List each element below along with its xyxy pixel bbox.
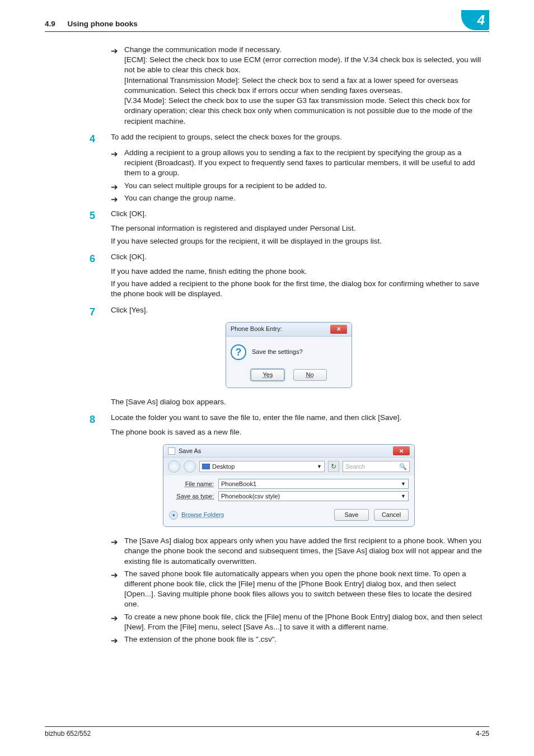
arrow-icon: ➔	[111, 570, 118, 581]
list-item: ➔ Change the communication mode if neces…	[111, 45, 488, 127]
paragraph: If you have added a recipient to the pho…	[111, 279, 488, 299]
paragraph: The [Save As] dialog box appears.	[111, 397, 488, 407]
list-item: ➔ You can select multiple groups for a r…	[111, 181, 488, 191]
bullet-detail: [International Transmission Mode]: Selec…	[124, 76, 488, 96]
nav-forward-button[interactable]	[184, 460, 196, 473]
arrow-icon: ➔	[111, 148, 118, 160]
paragraph: If you have added the name, finish editi…	[111, 267, 488, 277]
arrow-icon: ➔	[111, 613, 118, 624]
section-number: 4.9	[45, 20, 55, 28]
step-number: 6	[90, 252, 95, 265]
list-item: ➔ You can change the group name.	[111, 193, 488, 203]
running-header: 4.9 Using phone books	[45, 19, 138, 29]
close-icon[interactable]: ✕	[393, 446, 410, 455]
filename-label: File name:	[169, 480, 214, 488]
filetype-label: Save as type:	[169, 492, 214, 501]
list-item: ➔ To create a new phone book file, click…	[111, 612, 488, 632]
search-icon: 🔍	[399, 463, 407, 471]
chapter-tab: 4	[461, 10, 489, 30]
bullet-detail: [ECM]: Select the check box to use ECM (…	[124, 55, 488, 75]
arrow-icon: ➔	[111, 194, 118, 205]
no-button[interactable]: No	[293, 369, 327, 381]
dialog-title: Save As	[179, 447, 201, 455]
chevron-down-icon[interactable]: ▼	[401, 493, 406, 500]
chapter-number: 4	[477, 11, 485, 29]
footer-page-number: 4-25	[476, 729, 489, 738]
list-item: ➔ The [Save As] dialog box appears only …	[111, 536, 488, 567]
arrow-icon: ➔	[111, 181, 118, 193]
list-item: ➔ The saved phone book file automaticall…	[111, 569, 488, 610]
browse-folders-toggle[interactable]: ▾ Browse Folders	[169, 511, 224, 520]
search-input[interactable]: Search 🔍	[343, 461, 410, 472]
section-title: Using phone books	[68, 20, 138, 28]
question-icon: ?	[231, 344, 246, 360]
dialog-title: Phone Book Entry:	[231, 325, 282, 333]
yes-button[interactable]: Yes	[251, 369, 284, 381]
location-field[interactable]: Desktop ▼	[199, 461, 325, 472]
step-number: 7	[90, 305, 95, 319]
paragraph: The personal information is registered a…	[111, 223, 488, 234]
list-item: ➔ The extension of the phone book file i…	[111, 634, 488, 645]
chevron-down-icon: ▾	[169, 511, 178, 520]
step-text: To add the recipient to groups, select t…	[111, 133, 342, 141]
cancel-button[interactable]: Cancel	[374, 509, 409, 521]
arrow-icon: ➔	[111, 45, 118, 57]
chevron-down-icon[interactable]: ▼	[317, 463, 322, 470]
save-button[interactable]: Save	[334, 509, 369, 521]
step-text: Click [OK].	[111, 253, 147, 261]
refresh-button[interactable]: ↻	[328, 461, 339, 472]
list-item: ➔ Adding a recipient to a group allows y…	[111, 148, 488, 179]
bullet-detail: [V.34 Mode]: Select the check box to use…	[124, 96, 488, 127]
arrow-icon: ➔	[111, 635, 118, 646]
window-icon	[168, 447, 175, 455]
arrow-icon: ➔	[111, 536, 118, 548]
desktop-icon	[202, 464, 210, 469]
step-text: Click [OK].	[111, 209, 147, 218]
bullet-lead: Change the communication mode if necessa…	[124, 45, 281, 54]
footer-product: bizhub 652/552	[45, 729, 91, 738]
filename-input[interactable]: PhoneBook1 ▼	[218, 479, 409, 489]
close-icon[interactable]: ✕	[330, 325, 347, 334]
step-number: 4	[90, 132, 95, 146]
dialog-phone-book-entry: Phone Book Entry: ✕ ? Save the settings?…	[226, 322, 352, 388]
paragraph: If you have selected groups for the reci…	[111, 236, 488, 246]
dialog-save-as: Save As ✕ Desktop ▼ ↻ Search 🔍	[163, 444, 415, 527]
filetype-select[interactable]: Phonebook(csv style) ▼	[218, 491, 409, 501]
chevron-down-icon[interactable]: ▼	[401, 480, 406, 487]
step-number: 5	[90, 209, 95, 222]
step-number: 8	[90, 413, 95, 426]
nav-back-button[interactable]	[168, 460, 180, 473]
step-text: Locate the folder you want to save the f…	[111, 413, 401, 422]
paragraph: The phone book is saved as a new file.	[111, 427, 488, 437]
step-text: Click [Yes].	[111, 306, 148, 314]
dialog-message: Save the settings?	[252, 348, 303, 356]
